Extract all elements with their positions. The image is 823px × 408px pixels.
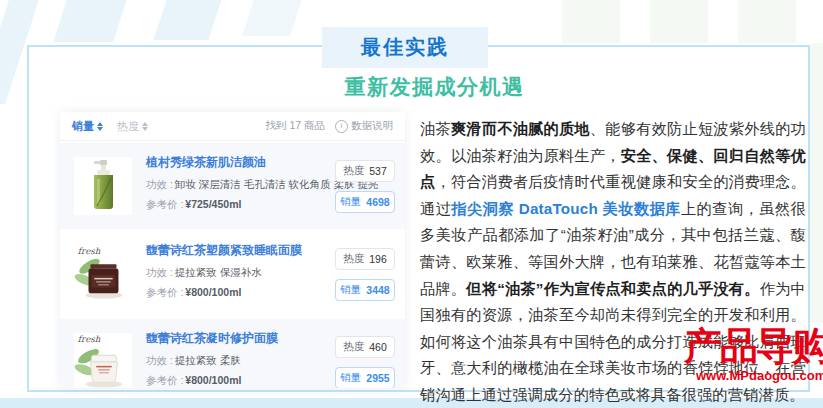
sales-badge: 销量3448 [335, 279, 395, 301]
price-value: ¥800/100ml [185, 374, 241, 386]
product-price: 参考价 :¥800/100ml [146, 286, 335, 300]
sales-label: 销量 [340, 195, 361, 209]
green-cleansing-oil-bottle-icon [75, 158, 131, 214]
effects-label: 功效 : [146, 178, 173, 190]
sales-label: 销量 [340, 283, 361, 297]
background-shape [650, 0, 708, 43]
tab-label: 最佳实践 [361, 34, 449, 61]
sales-value: 3448 [366, 284, 389, 296]
data-note-link[interactable]: i 数据说明 [335, 119, 393, 133]
product-name-link[interactable]: 馥蕾诗红茶凝时修护面膜 [146, 330, 335, 347]
product-name-link[interactable]: 植村秀绿茶新肌洁颜油 [146, 154, 335, 171]
result-count: 找到 17 商品 [265, 119, 325, 133]
sales-label: 销量 [340, 371, 361, 385]
product-name-link[interactable]: 馥蕾诗红茶塑颜紧致睡眠面膜 [146, 242, 335, 259]
article-segment: 油茶 [420, 120, 451, 137]
background-shape [738, 0, 796, 43]
product-stats: 热度537 销量4698 [335, 160, 395, 213]
tab-best-practice: 最佳实践 [322, 27, 488, 68]
product-stats: 热度460 销量2955 [335, 336, 395, 389]
heat-value: 460 [369, 341, 387, 353]
price-value: ¥800/100ml [185, 286, 241, 298]
sales-badge: 销量4698 [335, 191, 395, 213]
product-price: 参考价 :¥725/450ml [146, 198, 335, 212]
heat-value: 537 [369, 165, 387, 177]
effects-value: 提拉紧致 柔肤 [175, 354, 241, 366]
effects-label: 功效 : [146, 266, 173, 278]
panel-header: 销量 热度 找到 17 商品 i 数据说明 [60, 112, 405, 141]
sales-value: 4698 [366, 196, 389, 208]
brand-logo: 产品导购 [684, 326, 823, 368]
heat-value: 196 [369, 253, 387, 265]
price-label: 参考价 : [146, 286, 183, 298]
price-label: 参考价 : [146, 198, 183, 210]
panel-header-right: 找到 17 商品 i 数据说明 [265, 119, 393, 133]
sort-arrows-icon [97, 122, 103, 131]
brand-watermark: 产品导购 www.MPdaogou.com [684, 326, 823, 383]
product-stats: 热度196 销量3448 [335, 248, 395, 301]
heat-label: 热度 [343, 340, 364, 354]
price-value: ¥725/450ml [185, 198, 241, 210]
product-thumbnail: fresh [74, 333, 132, 388]
effects-value: 提拉紧致 保湿补水 [175, 266, 262, 278]
background-shape [810, 43, 823, 323]
background-shape [154, 0, 222, 40]
product-row[interactable]: fresh 馥蕾诗红茶塑颜紧致睡眠面膜 功效 :提拉紧致 保湿补水 参考价 :¥… [60, 231, 405, 317]
effects-label: 功效 : [146, 354, 173, 366]
dark-jar-mask-icon: fresh [74, 243, 132, 305]
product-info: 植村秀绿茶新肌洁颜油 功效 :卸妆 深层清洁 毛孔清洁 软化角质 柔肤 提亮 参… [146, 154, 335, 218]
product-list-panel: 销量 热度 找到 17 商品 i 数据说明 [60, 112, 405, 388]
sort-heat-label: 热度 [117, 119, 139, 134]
product-price: 参考价 :¥800/100ml [146, 374, 335, 388]
article-segment: 爽滑而不油腻的质地 [451, 120, 590, 137]
page-title: 重新发掘成分机遇 [27, 73, 808, 101]
product-row[interactable]: 植村秀绿茶新肌洁颜油 功效 :卸妆 深层清洁 毛孔清洁 软化角质 柔肤 提亮 参… [60, 143, 405, 229]
background-shape [242, 0, 302, 36]
sales-badge: 销量2955 [335, 367, 395, 389]
sort-by-sales[interactable]: 销量 [72, 119, 103, 134]
product-effects: 功效 :卸妆 深层清洁 毛孔清洁 软化角质 柔肤 提亮 [146, 178, 335, 192]
svg-text:fresh: fresh [78, 246, 101, 256]
product-info: 馥蕾诗红茶凝时修护面膜 功效 :提拉紧致 柔肤 参考价 :¥800/100ml [146, 330, 335, 388]
info-icon: i [335, 120, 348, 133]
product-effects: 功效 :提拉紧致 保湿补水 [146, 266, 335, 280]
heat-badge: 热度460 [335, 336, 395, 358]
heat-label: 热度 [343, 252, 364, 266]
background-shape [53, 0, 127, 42]
heat-badge: 热度196 [335, 248, 395, 270]
heat-label: 热度 [343, 164, 364, 178]
sort-arrows-icon [142, 122, 148, 131]
sales-value: 2955 [366, 372, 389, 384]
sort-controls: 销量 热度 [72, 119, 148, 134]
sort-sales-label: 销量 [72, 119, 94, 134]
product-thumbnail [74, 157, 132, 215]
data-note-label: 数据说明 [351, 119, 393, 133]
sort-by-heat[interactable]: 热度 [117, 119, 148, 134]
price-label: 参考价 : [146, 374, 183, 386]
background-shape [562, 0, 620, 43]
heat-badge: 热度537 [335, 160, 395, 182]
brand-url: www.MPdaogou.com [684, 368, 823, 383]
product-effects: 功效 :提拉紧致 柔肤 [146, 354, 335, 368]
white-jar-mask-icon: fresh [74, 331, 132, 388]
product-info: 馥蕾诗红茶塑颜紧致睡眠面膜 功效 :提拉紧致 保湿补水 参考价 :¥800/10… [146, 242, 335, 306]
svg-text:fresh: fresh [78, 334, 101, 344]
article-segment: 但将“油茶”作为宣传点和卖点的几乎没有。 [466, 280, 759, 297]
product-thumbnail: fresh [74, 245, 132, 303]
article-link[interactable]: 指尖洞察 DataTouch 美妆数据库 [451, 200, 681, 217]
product-row[interactable]: fresh 馥蕾诗红茶凝时修护面膜 功效 :提拉紧致 柔肤 参考价 :¥800/… [60, 319, 405, 388]
